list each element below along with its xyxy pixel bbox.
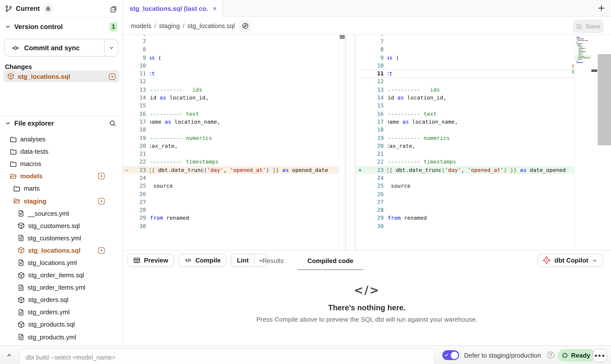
code-line-11: 11ct xyxy=(356,70,575,78)
code-line-6: 6 xyxy=(356,35,575,38)
tab-stg-locations[interactable]: stg_locations.sql (last co... xyxy=(123,0,223,17)
file-tree-row-stg-order-items-yml[interactable]: stg_order_items.yml xyxy=(0,281,122,294)
code-line-14: 14id as location_id, xyxy=(123,94,338,102)
breadcrumb-models[interactable]: models xyxy=(131,22,151,30)
code-line-30: 30 xyxy=(356,222,575,230)
action-toolbar: Preview Compile Lint xyxy=(123,250,611,270)
yaml-file-icon xyxy=(18,235,24,242)
file-tree-row-stg-customers-yml[interactable]: stg_customers.yml xyxy=(0,232,122,244)
tab-compiled-code[interactable]: Compiled code xyxy=(296,251,365,270)
scroll-position-marker[interactable] xyxy=(591,69,597,72)
defer-label: Defer to staging/production xyxy=(464,352,541,359)
file-tree-row-models[interactable]: models xyxy=(0,170,122,182)
file-name: marts xyxy=(24,185,40,192)
close-tab-icon[interactable] xyxy=(212,6,217,11)
model-cube-icon xyxy=(7,73,14,80)
lint-label: Lint xyxy=(237,257,249,264)
section-divider xyxy=(0,116,122,116)
file-tree-row-stg-products-yml[interactable]: stg_products.yml xyxy=(0,331,122,343)
compile-button[interactable]: Compile xyxy=(179,254,227,267)
left-pane-scrollbar[interactable] xyxy=(338,35,345,250)
yaml-file-icon xyxy=(18,210,24,217)
file-tree-row--sources-yml[interactable]: __sources.yml xyxy=(0,207,122,219)
modified-status-icon xyxy=(98,198,105,204)
file-tree-row-stg-orders-sql[interactable]: stg_orders.sql xyxy=(0,294,122,306)
editor-pane-original[interactable]: 6789as (1011ct1213---------- ids14id as … xyxy=(123,35,338,250)
ready-status-badge[interactable]: Ready xyxy=(558,349,596,362)
lock-icon xyxy=(46,6,51,11)
file-tree-row-stg-order-items-sql[interactable]: stg_order_items.sql xyxy=(0,269,122,281)
version-control-header[interactable]: Version control 1 xyxy=(0,21,122,33)
code-line-27: 27 xyxy=(356,198,575,206)
editor-scrollbar-thumb[interactable] xyxy=(598,54,611,145)
code-line-20: 20tax_rate, xyxy=(123,142,338,150)
copy-icon xyxy=(109,5,117,13)
branch-bar: Current xyxy=(0,0,122,18)
save-button[interactable]: Save xyxy=(573,20,604,33)
modified-status-icon xyxy=(98,173,105,180)
file-tree-row-stg-locations-sql[interactable]: stg_locations.sql xyxy=(0,244,122,257)
file-explorer-header[interactable]: File explorer xyxy=(0,117,122,129)
dbt-command-input[interactable]: dbt build --select <model_name> xyxy=(19,348,434,364)
preview-button[interactable]: Preview xyxy=(127,254,174,267)
code-line-12: 12 xyxy=(123,78,338,86)
changed-file-row[interactable]: stg_locations.sql xyxy=(3,70,119,82)
file-tree-row-stg-customers-sql[interactable]: stg_customers.sql xyxy=(0,219,122,232)
file-tree-row-stg-orders-yml[interactable]: stg_orders.yml xyxy=(0,306,122,318)
code-line-13: 13---------- ids xyxy=(123,86,338,94)
file-tree-row-data-tests[interactable]: data-tests xyxy=(0,145,122,158)
collapse-panel-button[interactable] xyxy=(6,352,12,359)
defer-toggle[interactable] xyxy=(442,350,459,360)
file-tree-row-stg-locations-yml[interactable]: stg_locations.yml xyxy=(0,257,122,269)
empty-state: </> There's nothing here. Press Compile … xyxy=(123,284,611,323)
commit-options-caret[interactable] xyxy=(104,39,118,56)
git-commit-icon xyxy=(11,44,20,52)
editor-tabbar: stg_locations.sql (last co... xyxy=(123,0,611,17)
file-tree-row-analyses[interactable]: analyses xyxy=(0,133,122,145)
file-name: macros xyxy=(20,160,41,167)
cli-placeholder: dbt build --select <model_name> xyxy=(26,354,115,361)
file-search-button[interactable] xyxy=(109,119,116,127)
code-line-10: 10 xyxy=(356,62,575,70)
file-name: stg_order_items.yml xyxy=(28,284,85,291)
file-tree-row-stg-products-sql[interactable]: stg_products.sql xyxy=(0,318,122,331)
changes-label: Changes xyxy=(5,63,32,70)
table-icon xyxy=(133,257,141,264)
file-name: stg_orders.sql xyxy=(28,296,68,304)
lineage-button[interactable] xyxy=(239,20,252,32)
code-line-22: 22---------- timestamps xyxy=(123,158,338,166)
more-options-button[interactable]: ●●● xyxy=(593,349,607,362)
duplicate-branch-button[interactable] xyxy=(109,5,117,13)
commit-and-sync-button[interactable]: Commit and sync xyxy=(4,39,118,57)
file-tree-row-macros[interactable]: macros xyxy=(0,158,122,170)
editor-pane-modified[interactable]: 6789as (1011ct1213---------- ids14id as … xyxy=(356,35,575,250)
file-name: stg_locations.sql xyxy=(28,247,80,254)
pane-split-handle[interactable] xyxy=(345,35,356,250)
compile-label: Compile xyxy=(195,257,221,264)
file-name: models xyxy=(20,173,43,180)
folder-icon xyxy=(13,185,20,192)
dbt-copilot-button[interactable]: dbt Copilot xyxy=(538,254,603,267)
folder-icon xyxy=(10,148,17,155)
code-line-23: +23{{ dbt.date_trunc('day', 'opened_at')… xyxy=(356,166,575,174)
status-bar: dbt build --select <model_name> Defer to… xyxy=(0,345,611,364)
modified-status-icon xyxy=(98,247,105,254)
yaml-file-icon xyxy=(18,284,24,291)
changed-file-name: stg_locations.sql xyxy=(18,73,70,80)
new-tab-button[interactable] xyxy=(597,4,606,12)
dbt-logo-icon xyxy=(543,256,551,265)
folder-icon xyxy=(10,136,17,143)
file-tree-row-marts[interactable]: marts xyxy=(0,182,122,195)
tab-results[interactable]: Results xyxy=(251,251,296,270)
breadcrumb: models / staging / stg_locations.sql xyxy=(131,22,235,30)
code-line-17: 17name as location_name, xyxy=(356,118,575,126)
breadcrumb-staging[interactable]: staging xyxy=(159,22,180,30)
file-tree-row-staging[interactable]: staging xyxy=(0,195,122,207)
code-line-17: 17name as location_name, xyxy=(123,118,338,126)
help-icon[interactable]: ? xyxy=(547,352,554,359)
minimap[interactable] xyxy=(575,35,591,250)
breadcrumb-bar: models / staging / stg_locations.sql Sav… xyxy=(123,17,611,35)
breadcrumb-file: stg_locations.sql xyxy=(187,22,235,30)
file-name: __sources.yml xyxy=(28,210,69,217)
chevron-down-icon xyxy=(108,45,114,51)
